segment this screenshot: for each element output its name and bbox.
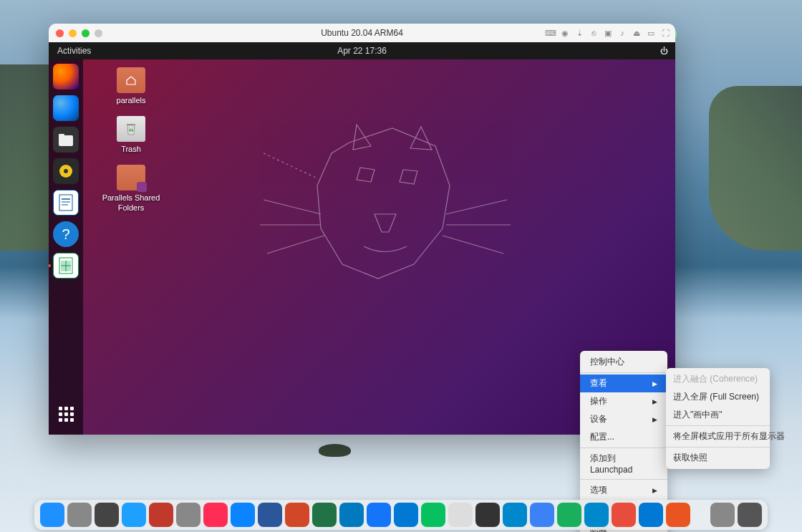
menu-configure[interactable]: 配置... [580, 428, 667, 446]
menu-devices[interactable]: 设备▶ [580, 410, 667, 428]
submenu-coherence: 进入融合 (Coherence) [666, 370, 770, 388]
display-icon[interactable]: ▣ [604, 29, 612, 37]
parallels-shared-folder[interactable]: Parallels Shared Folders [92, 165, 170, 212]
menu-separator [580, 479, 667, 480]
parallels-folder[interactable]: parallels [92, 67, 170, 105]
dock-trello[interactable] [339, 503, 364, 527]
dock-settings[interactable] [176, 503, 200, 527]
ubuntu-topbar: Activities Apr 22 17:36 ⏻ [49, 42, 675, 59]
menu-add-launchpad[interactable]: 添加到 Launchpad [580, 450, 667, 478]
ubuntu-dock: ? [49, 59, 83, 435]
submenu-all-displays[interactable]: 将全屏模式应用于所有显示器 [666, 427, 770, 445]
dock-xcode[interactable] [367, 503, 391, 527]
dock-wechat[interactable] [421, 503, 445, 527]
menu-separator [666, 447, 770, 448]
svg-line-24 [443, 236, 503, 253]
dock-word[interactable] [258, 503, 282, 527]
files-launcher[interactable] [53, 127, 79, 153]
keyboard-icon[interactable]: ⌨ [546, 29, 555, 37]
menu-options[interactable]: 选项▶ [580, 481, 667, 499]
dock-todo[interactable] [530, 503, 554, 527]
zoom-button[interactable] [82, 29, 90, 37]
chevron-right-icon: ▶ [652, 416, 657, 423]
dock-navicat[interactable] [557, 503, 581, 527]
vm-title: Ubuntu 20.04 ARM64 [321, 28, 403, 38]
menu-actions[interactable]: 操作▶ [580, 392, 667, 410]
trash-icon[interactable]: Trash [92, 116, 170, 154]
trash-label: Trash [121, 145, 141, 154]
system-tray[interactable]: ⏻ [660, 47, 668, 55]
folder-icon [117, 67, 145, 93]
submenu-pip[interactable]: 进入"画中画" [666, 406, 770, 424]
vm-titlebar[interactable]: Ubuntu 20.04 ARM64 ⌨ ◉ ⇣ ⎋ ▣ ♪ ⏏ ▭ ⛶ [49, 24, 675, 42]
dock-windows[interactable] [639, 503, 663, 527]
svg-marker-15 [353, 125, 371, 150]
show-applications-button[interactable] [53, 402, 79, 427]
svg-marker-25 [375, 214, 396, 232]
libreoffice-writer-launcher[interactable] [53, 190, 79, 216]
island-decoration [319, 444, 351, 457]
dock-ubuntu[interactable] [666, 503, 690, 527]
dock-safari[interactable] [122, 503, 146, 527]
firefox-launcher[interactable] [53, 64, 79, 90]
dock-excel[interactable] [312, 503, 337, 527]
trash-bin-icon [117, 116, 145, 142]
dock-litebase[interactable] [738, 503, 762, 527]
ubuntu-fossa-wallpaper [249, 114, 521, 343]
menu-control-center[interactable]: 控制中心 [580, 353, 667, 371]
power-icon[interactable]: ⏻ [660, 47, 668, 55]
activities-button[interactable]: Activities [57, 46, 91, 56]
submenu-snapshot[interactable]: 获取快照 [666, 449, 770, 467]
help-launcher[interactable]: ? [53, 221, 79, 247]
desktop-icons-area: parallels Trash Parallels Shared Folders [92, 67, 170, 213]
submenu-fullscreen[interactable]: 进入全屏 (Full Screen) [666, 388, 770, 406]
svg-line-21 [267, 236, 324, 253]
dock-multi[interactable] [95, 503, 119, 527]
svg-rect-4 [59, 195, 72, 211]
dock-telegram[interactable] [503, 503, 527, 527]
dock-music[interactable] [203, 503, 228, 527]
dock-wine[interactable] [149, 503, 173, 527]
svg-line-26 [264, 153, 317, 178]
close-button[interactable] [56, 29, 64, 37]
chevron-right-icon: ▶ [652, 487, 657, 494]
network-icon[interactable]: ⎋ [589, 29, 598, 37]
dock-appstore[interactable] [231, 503, 255, 527]
chevron-right-icon: ▶ [652, 380, 657, 387]
dock-spacer [693, 503, 707, 527]
chevron-right-icon: ▶ [652, 398, 657, 405]
tablet-icon[interactable]: ▭ [647, 29, 655, 37]
thunderbird-launcher[interactable] [53, 95, 79, 121]
svg-rect-0 [59, 135, 73, 146]
sound-icon[interactable]: ♪ [618, 29, 627, 37]
svg-point-3 [64, 169, 68, 173]
svg-rect-1 [59, 134, 64, 137]
dock-terminal[interactable] [475, 503, 500, 527]
menu-view[interactable]: 查看▶ [580, 374, 667, 392]
dock-typora[interactable] [448, 503, 473, 527]
rhythmbox-launcher[interactable] [53, 158, 79, 184]
dock-trash-dock[interactable] [710, 503, 735, 527]
dock-launchpad[interactable] [67, 503, 92, 527]
dock-parallels-toolbox[interactable] [612, 503, 636, 527]
svg-marker-14 [317, 128, 450, 279]
dock-powerpoint[interactable] [285, 503, 309, 527]
view-submenu: 进入融合 (Coherence) 进入全屏 (Full Screen) 进入"画… [666, 368, 770, 469]
svg-line-19 [264, 200, 321, 214]
dock-finder[interactable] [40, 503, 64, 527]
disc-icon[interactable]: ◉ [561, 29, 569, 37]
svg-marker-17 [357, 168, 375, 182]
svg-marker-18 [400, 170, 417, 184]
pin-icon[interactable]: ⇣ [575, 29, 584, 37]
svg-rect-12 [127, 124, 135, 125]
traffic-lights [56, 29, 102, 37]
dock-vscode[interactable] [394, 503, 418, 527]
dock-telegram2[interactable] [584, 503, 609, 527]
fullscreen-icon[interactable]: ⛶ [661, 29, 670, 37]
usb-icon[interactable]: ⏏ [632, 29, 641, 37]
libreoffice-calc-launcher[interactable] [53, 253, 79, 279]
menu-separator [666, 425, 770, 426]
datetime[interactable]: Apr 22 17:36 [337, 46, 387, 56]
disabled-button [95, 29, 102, 37]
minimize-button[interactable] [69, 29, 77, 37]
